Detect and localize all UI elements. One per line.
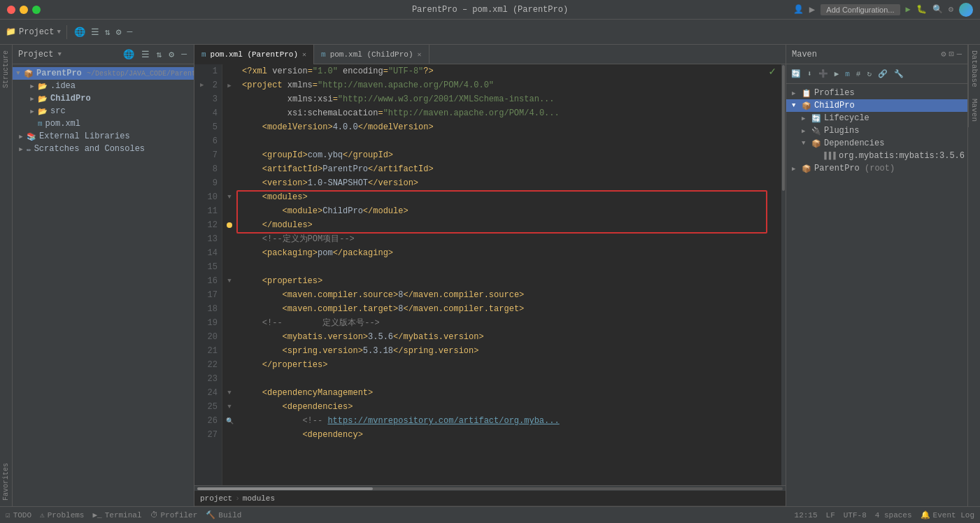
horizontal-scrollbar[interactable] (194, 485, 786, 491)
person-icon[interactable]: 👤 (793, 4, 804, 15)
close-button[interactable] (7, 6, 15, 14)
maven-expand-icon[interactable]: ⊡ (949, 49, 954, 59)
maven-lifecycle[interactable]: ▶ 🔄 Lifecycle (786, 112, 967, 124)
sidebar-sort-icon[interactable]: ⇅ (155, 48, 164, 62)
tab-childpro-pom[interactable]: m pom.xml (ChildPro) ✕ (314, 45, 429, 64)
code-line-20: <mybatis.version>3.5.6</mybatis.version> (242, 330, 776, 344)
maven-plugins[interactable]: ▶ 🔌 Plugins (786, 124, 967, 137)
globe-icon[interactable]: 🌐 (73, 25, 87, 39)
maven-deps-icon[interactable]: 🔗 (876, 68, 890, 80)
fold-2[interactable]: ▶ (222, 78, 236, 92)
build-icon: 🔨 (206, 510, 215, 520)
deps-arrow[interactable]: ▼ (802, 140, 811, 147)
fold-24[interactable]: ▼ (222, 386, 236, 400)
tree-idea-folder[interactable]: ▶ 📂 .idea (13, 80, 194, 92)
breadcrumb-item-1[interactable]: project (200, 494, 232, 503)
tab-close-2[interactable]: ✕ (418, 50, 422, 59)
tree-pom-file[interactable]: m pom.xml (13, 117, 194, 130)
maven-profiles[interactable]: ▶ 📋 Profiles (786, 87, 967, 99)
scroll-thumb[interactable] (782, 65, 785, 192)
profiles-arrow[interactable]: ▶ (792, 89, 802, 97)
minus-icon[interactable]: — (125, 25, 134, 38)
tree-src-folder[interactable]: ▶ 📂 src (13, 105, 194, 117)
build-item[interactable]: 🔨 Build (206, 510, 241, 520)
childpro-arrow[interactable]: ▼ (792, 102, 802, 109)
line-ending-label[interactable]: LF (826, 511, 835, 520)
maven-add-icon[interactable]: ➕ (816, 68, 830, 80)
maven-refresh-icon[interactable]: 🔄 (789, 68, 803, 80)
hscroll-thumb[interactable] (197, 487, 373, 490)
scratches-expand-arrow[interactable]: ▶ (15, 145, 27, 153)
extlibs-expand-arrow[interactable]: ▶ (15, 133, 27, 141)
plugins-arrow[interactable]: ▶ (802, 127, 811, 135)
maven-run-icon[interactable]: ▶ (832, 68, 841, 80)
problems-item[interactable]: ⚠ Problems (40, 510, 84, 520)
project-dropdown[interactable]: 📁 Project ▼ (6, 27, 61, 37)
maven-mybatis-dep[interactable]: ▐▐▐ org.mybatis:mybatis:3.5.6 (786, 150, 967, 162)
maximize-button[interactable] (32, 6, 41, 14)
maven-lifecycle-icon[interactable]: ↻ (865, 68, 874, 80)
idea-expand-arrow[interactable]: ▶ (27, 83, 38, 90)
maven-vtab[interactable]: Maven (968, 93, 980, 127)
add-config-button[interactable]: Add Configuration... (821, 4, 900, 15)
debug-icon[interactable]: 🐛 (916, 4, 927, 15)
line-num-25: 25 (199, 400, 218, 414)
minimize-button[interactable] (20, 6, 28, 14)
fold-25[interactable]: ▼ (222, 400, 236, 414)
tree-scratches[interactable]: ▶ ✏️ Scratches and Consoles (13, 143, 194, 155)
tree-childpro-folder[interactable]: ▶ 📂 ChildPro (13, 92, 194, 105)
src-expand-arrow[interactable]: ▶ (27, 108, 38, 115)
tab-close-1[interactable]: ✕ (302, 50, 306, 59)
parentpro-arrow[interactable]: ▶ (792, 165, 802, 173)
fold-16[interactable]: ▼ (222, 274, 236, 288)
breakpoint-12[interactable] (222, 218, 236, 232)
root-expand-arrow[interactable]: ▼ (13, 70, 24, 77)
fold-10[interactable]: ▼ (222, 190, 236, 204)
terminal-item[interactable]: ▶_ Terminal (92, 510, 141, 520)
search-icon[interactable]: 🔍 (932, 4, 943, 15)
search-26[interactable]: 🔍 (222, 414, 236, 428)
event-log-item[interactable]: 🔔 Event Log (921, 510, 974, 520)
sidebar-minus-icon[interactable]: — (180, 48, 188, 61)
gear-icon[interactable]: ⚙ (115, 25, 123, 39)
indent-label[interactable]: 4 spaces (875, 511, 912, 520)
encoding-label[interactable]: UTF-8 (844, 511, 867, 520)
maven-override-icon[interactable]: # (854, 69, 863, 80)
tab-parentpro-pom[interactable]: m pom.xml (ParentPro) ✕ (194, 45, 314, 64)
src-label: src (50, 106, 66, 116)
lifecycle-icon: 🔄 (811, 114, 821, 123)
line-num-4: 4 (199, 106, 218, 120)
breadcrumb-item-2[interactable]: modules (243, 494, 275, 503)
settings-icon[interactable]: ⚙ (949, 4, 953, 15)
align-icon[interactable]: ☰ (90, 25, 101, 39)
lifecycle-arrow[interactable]: ▶ (802, 115, 811, 122)
maven-download-icon[interactable]: ⬇ (805, 68, 814, 80)
sidebar-gear-icon[interactable]: ⚙ (167, 48, 176, 62)
maven-m-icon[interactable]: m (843, 69, 852, 80)
childpro-maven-icon: 📦 (802, 101, 811, 110)
childpro-expand-arrow[interactable]: ▶ (27, 95, 38, 103)
tree-root[interactable]: ▼ 📦 ParentPro ~/Desktop/JAVA_CODE/Parent… (13, 67, 194, 80)
right-side-labels: Database Maven (967, 45, 980, 506)
sort-icon[interactable]: ⇅ (104, 25, 112, 39)
maven-childpro[interactable]: ▼ 📦 ChildPro (786, 99, 967, 112)
run-icon[interactable]: ▶ (809, 3, 815, 15)
code-editor[interactable]: 1 2 ▶ 3 4 5 6 7 8 9 10 11 12 13 14 15 16 (194, 64, 786, 485)
sidebar-globe-icon[interactable]: 🌐 (122, 48, 136, 62)
favorites-vtab[interactable]: Favorites (1, 457, 11, 506)
code-content[interactable]: ✓ <?xml version="1.0" encoding="UTF-8"?>… (236, 64, 781, 485)
play-icon[interactable]: ▶ (906, 4, 911, 15)
maven-parentpro[interactable]: ▶ 📦 ParentPro (root) (786, 162, 967, 175)
vertical-scrollbar[interactable] (781, 64, 786, 485)
maven-tree: ▶ 📋 Profiles ▼ 📦 ChildPro ▶ 🔄 Lifecycle (786, 84, 967, 506)
tree-ext-libs[interactable]: ▶ 📚 External Libraries (13, 130, 194, 143)
sidebar-list-icon[interactable]: ☰ (140, 48, 151, 62)
todo-item[interactable]: ☑ TODO (6, 510, 31, 520)
maven-minus-icon[interactable]: — (957, 50, 962, 59)
maven-wrench-icon[interactable]: 🔧 (892, 68, 906, 80)
maven-dependencies[interactable]: ▼ 📦 Dependencies (786, 137, 967, 150)
profiler-item[interactable]: ⏱ Profiler (150, 510, 198, 520)
database-vtab[interactable]: Database (968, 45, 980, 93)
maven-settings-icon[interactable]: ⚙ (941, 49, 946, 59)
structure-vtab[interactable]: Structure (1, 45, 11, 94)
